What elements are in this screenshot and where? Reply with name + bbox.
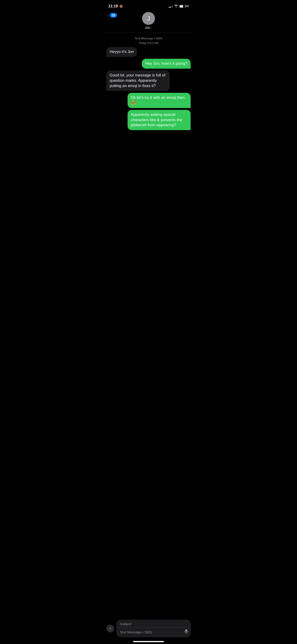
bell-muted-icon: 🔕 [119,4,123,8]
contact-detail-chevron-icon: › [151,26,152,29]
bubble-incoming-1[interactable]: Heyyo it's Jon [106,47,137,57]
bubble-outgoing-1[interactable]: Hey Jon, how's it going? [142,59,191,69]
message-row-2: Hey Jon, how's it going? [106,59,191,69]
avatar-letter: J [147,15,150,22]
signal-bar-4 [172,5,173,8]
nav-header: ‹ 23 J Jon › [104,11,194,32]
battery-level: 69 [186,4,189,8]
msg-meta-line1: Text Message • SMS [104,36,194,41]
message-meta: Text Message • SMS Today 9:51 AM [104,32,194,47]
message-row-3: Good lol, your message is full of questi… [106,70,191,91]
messages-area: Heyyo it's Jon Hey Jon, how's it going? … [104,47,194,130]
status-time-group: 11:19 🔕 [108,4,123,8]
back-button[interactable]: ‹ 23 [107,13,117,18]
wifi-icon [174,4,178,8]
bubble-outgoing-2[interactable]: Ok let's try it with an emoji then 🤓 [128,93,191,108]
bubble-text: Apparently adding special characters lik… [131,112,182,127]
status-bar: 11:19 🔕 69 [104,0,194,11]
back-chevron-icon: ‹ [107,13,109,18]
signal-bar-3 [171,6,172,8]
battery: 69 [179,4,189,8]
bubble-text: Heyyo it's Jon [110,50,134,54]
status-time: 11:19 [108,4,118,8]
bubble-incoming-2[interactable]: Good lol, your message is full of questi… [106,70,170,91]
back-count-badge: 23 [110,13,117,18]
contact-name-text: Jon [145,26,150,30]
battery-fill [180,5,183,7]
signal-bar-2 [170,6,170,8]
message-row-4: Ok let's try it with an emoji then 🤓 [106,93,191,108]
message-row-1: Heyyo it's Jon [106,47,191,57]
message-row-5: Apparently adding special characters lik… [106,110,191,130]
bubble-text: Good lol, your message is full of questi… [110,73,165,88]
bubble-outgoing-3[interactable]: Apparently adding special characters lik… [128,110,191,130]
status-right: 69 [169,4,189,8]
bubble-text: Ok let's try it with an emoji then 🤓 [131,95,185,105]
battery-icon [179,5,185,8]
signal-bars [169,4,173,8]
bubble-text: Hey Jon, how's it going? [145,61,188,66]
contact-avatar[interactable]: J [142,12,155,25]
msg-meta-line2: Today 9:51 AM [104,41,194,45]
contact-name-row[interactable]: Jon › [145,26,152,30]
signal-bar-1 [169,7,170,8]
